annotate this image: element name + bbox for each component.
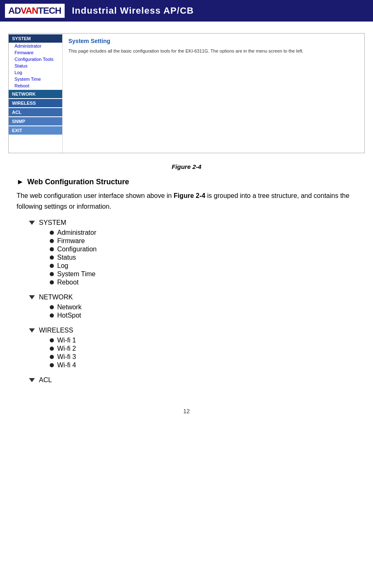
ss-menu-firmware[interactable]: Firmware: [9, 49, 62, 56]
bullet-wifi4: [50, 363, 54, 367]
tree-group-label-wireless: WIRELESS: [39, 327, 73, 334]
section-heading-title: Web Configuration Structure: [27, 178, 129, 186]
bullet-configuration: [50, 247, 54, 251]
tree-group-header-wireless: WIRELESS: [29, 327, 356, 334]
intro-bold: Figure 2-4: [174, 192, 205, 199]
item-hotspot: HotSpot: [57, 312, 81, 319]
ss-sidebar-snmp-header: SNMP: [9, 117, 62, 125]
item-network: Network: [57, 304, 82, 311]
tree-items-wireless: Wi-fi 1 Wi-fi 2 Wi-fi 3 Wi-fi 4: [50, 337, 356, 369]
list-item: HotSpot: [50, 312, 356, 319]
list-item: Wi-fi 1: [50, 337, 356, 344]
item-wifi2: Wi-fi 2: [57, 345, 76, 352]
page-body: ► Web Configuration Structure The web co…: [0, 178, 373, 404]
logo-text: ADVANTECH: [8, 5, 61, 16]
ss-sidebar-wireless-header: WIRELESS: [9, 99, 62, 107]
list-item: Status: [50, 254, 356, 261]
logo-ad: AD: [8, 5, 21, 16]
tree-items-system: Administrator Firmware Configuration Sta…: [50, 229, 356, 286]
bullet-administrator: [50, 231, 54, 235]
page-number: 12: [0, 408, 373, 414]
triangle-system: [29, 221, 35, 225]
tree-items-network: Network HotSpot: [50, 304, 356, 319]
list-item: Administrator: [50, 229, 356, 236]
ss-main-title: System Setting: [68, 38, 358, 44]
list-item: Wi-fi 2: [50, 345, 356, 352]
item-firmware: Firmware: [57, 237, 85, 245]
header-title: Industrial Wireless AP/CB: [72, 5, 194, 16]
intro-paragraph: The web configuration user interface sho…: [17, 190, 356, 212]
tree-group-header-network: NETWORK: [29, 294, 356, 301]
section-heading: ► Web Configuration Structure: [17, 178, 356, 186]
item-reboot: Reboot: [57, 279, 79, 286]
bullet-status: [50, 255, 54, 260]
ss-sidebar-exit-header: EXIT: [9, 126, 62, 135]
bullet-wifi3: [50, 355, 54, 359]
tree-group-label-system: SYSTEM: [39, 219, 66, 227]
item-systemtime: System Time: [57, 270, 95, 278]
tree-group-header-acl: ACL: [29, 376, 356, 384]
bullet-reboot: [50, 280, 54, 284]
tree-section-acl: ACL: [17, 376, 356, 384]
figure-caption: Figure 2-4: [0, 163, 373, 170]
logo-box: ADVANTECH: [5, 4, 65, 18]
page-header: ADVANTECH Industrial Wireless AP/CB: [0, 0, 373, 22]
ss-sidebar-acl-header: ACL: [9, 108, 62, 116]
ss-menu-systemtime[interactable]: System Time: [9, 76, 62, 82]
triangle-acl: [29, 378, 35, 382]
item-administrator: Administrator: [57, 229, 96, 236]
ss-menu-status[interactable]: Status: [9, 63, 62, 69]
bullet-wifi2: [50, 347, 54, 351]
ss-menu-administrator[interactable]: Administrator: [9, 43, 62, 49]
tree-section-system: SYSTEM Administrator Firmware Configurat…: [17, 219, 356, 286]
ss-sidebar: SYSTEM Administrator Firmware Configurat…: [9, 34, 63, 153]
ss-main-content: System Setting This page includes all th…: [63, 34, 364, 153]
tree-group-header-system: SYSTEM: [29, 219, 356, 227]
list-item: Firmware: [50, 237, 356, 245]
ss-sidebar-network-header: NETWORK: [9, 90, 62, 98]
logo-tech: TECH: [38, 5, 61, 16]
item-wifi4: Wi-fi 4: [57, 361, 76, 369]
bullet-firmware: [50, 239, 54, 243]
bullet-wifi1: [50, 338, 54, 342]
ss-menu-log[interactable]: Log: [9, 69, 62, 76]
item-log: Log: [57, 262, 68, 270]
tree-group-label-network: NETWORK: [39, 294, 73, 301]
triangle-network: [29, 295, 35, 299]
bullet-hotspot: [50, 313, 54, 318]
triangle-wireless: [29, 328, 35, 333]
screenshot-image: SYSTEM Administrator Firmware Configurat…: [8, 33, 365, 153]
ss-sidebar-system-header: SYSTEM: [9, 34, 62, 43]
ss-main-description: This page includes all the basic configu…: [68, 48, 358, 55]
ss-menu-configuration[interactable]: Configuration Tools: [9, 56, 62, 63]
logo-van: VAN: [21, 5, 38, 16]
tree-group-label-acl: ACL: [39, 376, 52, 384]
screenshot-container: SYSTEM Administrator Firmware Configurat…: [0, 27, 373, 159]
bullet-network: [50, 305, 54, 309]
bullet-systemtime: [50, 272, 54, 276]
item-configuration: Configuration: [57, 246, 97, 253]
item-wifi3: Wi-fi 3: [57, 353, 76, 361]
tree-section-network: NETWORK Network HotSpot: [17, 294, 356, 319]
intro-text-before: The web configuration user interface sho…: [17, 192, 174, 199]
list-item: Network: [50, 304, 356, 311]
list-item: Wi-fi 3: [50, 353, 356, 361]
item-status: Status: [57, 254, 76, 261]
ss-menu-reboot[interactable]: Reboot: [9, 82, 62, 89]
list-item: Configuration: [50, 246, 356, 253]
list-item: Reboot: [50, 279, 356, 286]
arrow-marker: ►: [17, 178, 24, 186]
tree-section-wireless: WIRELESS Wi-fi 1 Wi-fi 2 Wi-fi 3 Wi-fi 4: [17, 327, 356, 369]
bullet-log: [50, 264, 54, 268]
list-item: Log: [50, 262, 356, 270]
item-wifi1: Wi-fi 1: [57, 337, 76, 344]
list-item: System Time: [50, 270, 356, 278]
list-item: Wi-fi 4: [50, 361, 356, 369]
